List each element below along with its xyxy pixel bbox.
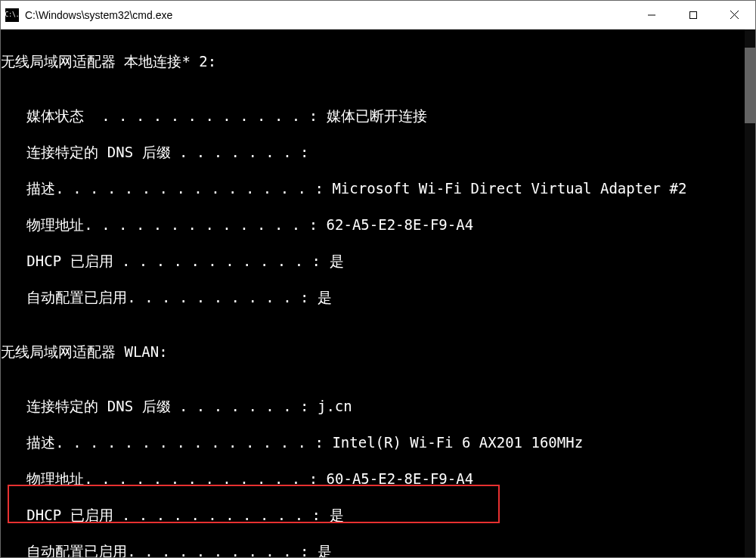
close-button[interactable] xyxy=(714,1,755,29)
maximize-icon xyxy=(689,11,698,20)
maximize-button[interactable] xyxy=(672,1,714,29)
output-row: 物理地址. . . . . . . . . . . . . : 62-A5-E2… xyxy=(1,215,755,234)
output-row: 自动配置已启用. . . . . . . . . . : 是 xyxy=(1,288,755,306)
scrollbar-thumb[interactable] xyxy=(745,48,755,123)
adapter-header: 无线局域网适配器 WLAN: xyxy=(1,343,755,361)
window-controls xyxy=(631,1,755,29)
titlebar[interactable]: C:\. C:\Windows\system32\cmd.exe xyxy=(1,1,755,29)
cmd-window: C:\. C:\Windows\system32\cmd.exe 无线局域网适配… xyxy=(0,0,756,558)
window-title: C:\Windows\system32\cmd.exe xyxy=(25,9,631,21)
output-row: 自动配置已启用. . . . . . . . . . : 是 xyxy=(1,542,755,557)
terminal-output: 无线局域网适配器 本地连接* 2: 媒体状态 . . . . . . . . .… xyxy=(1,29,755,557)
close-icon xyxy=(730,10,739,20)
cmd-app-icon: C:\. xyxy=(5,8,19,22)
output-row: DHCP 已启用 . . . . . . . . . . . : 是 xyxy=(1,506,755,524)
adapter-header: 无线局域网适配器 本地连接* 2: xyxy=(1,52,755,70)
output-row: 描述. . . . . . . . . . . . . . . : Intel(… xyxy=(1,433,755,451)
output-row: 连接特定的 DNS 后缀 . . . . . . . : xyxy=(1,143,755,161)
output-row: 描述. . . . . . . . . . . . . . . : Micros… xyxy=(1,179,755,197)
output-row: 媒体状态 . . . . . . . . . . . . : 媒体已断开连接 xyxy=(1,107,755,125)
terminal-area[interactable]: 无线局域网适配器 本地连接* 2: 媒体状态 . . . . . . . . .… xyxy=(1,29,755,557)
minimize-button[interactable] xyxy=(631,1,672,29)
svg-rect-1 xyxy=(689,11,696,18)
minimize-icon xyxy=(647,11,656,20)
output-row: DHCP 已启用 . . . . . . . . . . . : 是 xyxy=(1,252,755,270)
output-row: 物理地址. . . . . . . . . . . . . : 60-A5-E2… xyxy=(1,470,755,488)
scrollbar-track[interactable] xyxy=(745,29,755,557)
output-row: 连接特定的 DNS 后缀 . . . . . . . : j.cn xyxy=(1,397,755,415)
